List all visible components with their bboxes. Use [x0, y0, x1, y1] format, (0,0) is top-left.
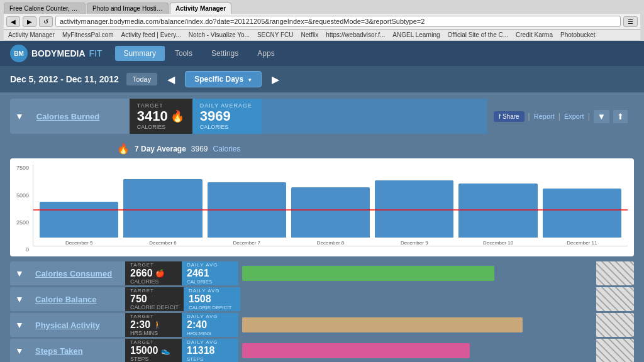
bar-label-5: December 10	[483, 240, 513, 246]
bar-col-3: December 8	[291, 187, 370, 246]
content-area: ▼ Calories Burned TARGET 3410 🔥 CALORIES…	[0, 92, 644, 362]
tab-photo-hosting[interactable]: Photo and Image Hosting...	[87, 3, 169, 14]
nav-apps[interactable]: Apps	[248, 46, 283, 61]
nav-tools[interactable]: Tools	[166, 46, 201, 61]
export-link[interactable]: Export	[564, 112, 584, 120]
bar-6	[543, 189, 621, 238]
bookmark-activity-manager[interactable]: Activity Manager	[6, 31, 57, 39]
prev-period-button[interactable]: ◀	[165, 74, 177, 85]
bookmark-angel[interactable]: ANGEL Learning	[391, 31, 441, 39]
metric-bar-fill-2	[242, 317, 523, 332]
metric-target-value-3: 15000	[130, 345, 158, 356]
y-label-5000: 5000	[16, 192, 29, 199]
target-box: TARGET 3410 🔥 CALORIES	[130, 99, 192, 134]
metrics-list: ▼ Calories Consumed TARGET 2660 🍎 CALORI…	[10, 261, 634, 362]
bookmark-myfitnesspal[interactable]: MyFitnessPal.com	[60, 31, 116, 39]
metric-row-3: ▼ Steps Taken TARGET 15000 👟 STEPS DAILY…	[10, 339, 634, 362]
metric-collapse-0[interactable]: ▼	[10, 261, 28, 285]
metric-target-icon-0: 🍎	[155, 269, 165, 278]
metric-daily-box-3: DAILY AVG 11318 STEPS	[182, 339, 238, 362]
bookmark-activity-feed[interactable]: Activity feed | Every...	[119, 31, 183, 39]
nav-settings[interactable]: Settings	[203, 46, 247, 61]
metric-target-value-0: 2660	[130, 268, 153, 279]
expand-button[interactable]: ⬆	[613, 110, 628, 123]
settings-button[interactable]: ☰	[623, 16, 638, 27]
y-label-0: 0	[26, 246, 29, 253]
y-label-7500: 7500	[16, 165, 29, 171]
metric-daily-value-1: 1508	[189, 293, 235, 305]
metric-collapse-2[interactable]: ▼	[10, 313, 28, 337]
y-axis: 7500 5000 2500 0	[16, 165, 33, 253]
metric-target-box-0: TARGET 2660 🍎 CALORIES	[125, 261, 182, 285]
action-buttons: f Share | Report | Export | ▼ ⬆	[487, 99, 634, 134]
bar-col-6: December 11	[543, 189, 621, 246]
bar-col-2: December 7	[208, 182, 286, 246]
bookmark-notch[interactable]: Notch - Visualize Yo...	[187, 31, 252, 39]
metric-bar-area-1	[240, 287, 596, 311]
date-nav: Dec 5, 2012 - Dec 11, 2012 Today ◀ Speci…	[0, 66, 644, 92]
metric-label-area-2: Physical Activity	[28, 313, 125, 337]
address-input[interactable]	[55, 16, 621, 27]
bookmark-credit-karma[interactable]: Credit Karma	[514, 31, 555, 39]
metric-target-header-0: TARGET	[130, 262, 177, 268]
metric-target-value-1: 750	[130, 293, 147, 305]
more-dropdown-button[interactable]: ▼	[594, 110, 609, 123]
metric-label-3[interactable]: Steps Taken	[35, 346, 83, 356]
bar-label-2: December 7	[233, 240, 260, 246]
bookmark-secny[interactable]: SECNY FCU	[255, 31, 296, 39]
metric-daily-unit-0: CALORIES	[187, 279, 233, 285]
calories-burned-label[interactable]: Calories Burned	[36, 112, 99, 121]
metric-daily-header-2: DAILY AVG	[187, 314, 233, 319]
refresh-button[interactable]: ↺	[39, 16, 53, 27]
bookmark-photobucket[interactable]: Photobucket	[558, 31, 597, 39]
chart-area: 7500 5000 2500 0 December 5December 6Dec…	[16, 165, 628, 253]
metric-target-box-3: TARGET 15000 👟 STEPS	[125, 339, 182, 362]
metric-label-area-3: Steps Taken	[28, 339, 125, 362]
facebook-share-button[interactable]: f Share	[494, 111, 524, 122]
metric-daily-value-0: 2461	[187, 268, 233, 279]
metric-target-header-3: TARGET	[130, 339, 177, 345]
calories-burned-collapse[interactable]: ▼	[10, 99, 29, 134]
forward-button[interactable]: ▶	[23, 16, 36, 27]
next-period-button[interactable]: ▶	[269, 74, 282, 85]
metric-collapse-1[interactable]: ▼	[10, 287, 28, 311]
bar-label-3: December 8	[317, 240, 345, 246]
metric-label-0[interactable]: Calories Consumed	[35, 269, 112, 278]
specific-days-button[interactable]: Specific Days	[185, 71, 262, 87]
metric-bar-area-0	[238, 261, 596, 285]
metric-label-1[interactable]: Calorie Balance	[35, 295, 97, 304]
y-label-2500: 2500	[16, 219, 29, 226]
bar-0	[40, 202, 118, 238]
bookmark-webadvisor[interactable]: https://webadvisor.f...	[324, 31, 387, 39]
avg-value: 3969	[191, 145, 208, 153]
nav-summary[interactable]: Summary	[115, 46, 165, 61]
bar-3	[291, 187, 370, 238]
bar-col-1: December 6	[123, 179, 202, 246]
metric-target-icon-3: 👟	[161, 346, 170, 355]
bookmark-netflix[interactable]: Netflix	[299, 31, 321, 39]
metric-label-2[interactable]: Physical Activity	[35, 321, 100, 330]
metric-target-unit-3: STEPS	[130, 356, 177, 362]
report-link[interactable]: Report	[534, 112, 555, 120]
app-nav: Summary Tools Settings Apps	[115, 46, 284, 61]
bar-1	[123, 179, 202, 238]
tab-calorie-counter[interactable]: Free Calorie Counter, Die...	[4, 3, 86, 14]
metric-daily-unit-3: STEPS	[187, 356, 233, 362]
back-button[interactable]: ◀	[6, 16, 20, 27]
metric-target-value-2: 2:30	[130, 319, 150, 331]
metric-row-0: ▼ Calories Consumed TARGET 2660 🍎 CALORI…	[10, 261, 634, 285]
bookmark-official[interactable]: Official Site of the C...	[446, 31, 511, 39]
metric-daily-header-0: DAILY AVG	[187, 262, 233, 268]
metric-daily-unit-1: CALORIE DEFICIT	[189, 305, 235, 310]
metric-target-header-2: TARGET	[130, 314, 177, 319]
tab-activity-manager[interactable]: Activity Manager	[170, 3, 231, 14]
today-button[interactable]: Today	[126, 73, 157, 85]
logo-area: BM BODYMEDIA FIT	[10, 45, 103, 62]
metric-target-unit-2: HRS:MINS	[130, 330, 177, 336]
metric-collapse-3[interactable]: ▼	[10, 339, 28, 362]
metric-daily-header-3: DAILY AVG	[187, 339, 233, 345]
logo-icon: BM	[10, 45, 28, 62]
metric-daily-header-1: DAILY AVG	[189, 288, 235, 293]
metric-bar-area-3	[238, 339, 596, 362]
bookmarks-bar: Activity Manager MyFitnessPal.com Activi…	[4, 30, 640, 41]
